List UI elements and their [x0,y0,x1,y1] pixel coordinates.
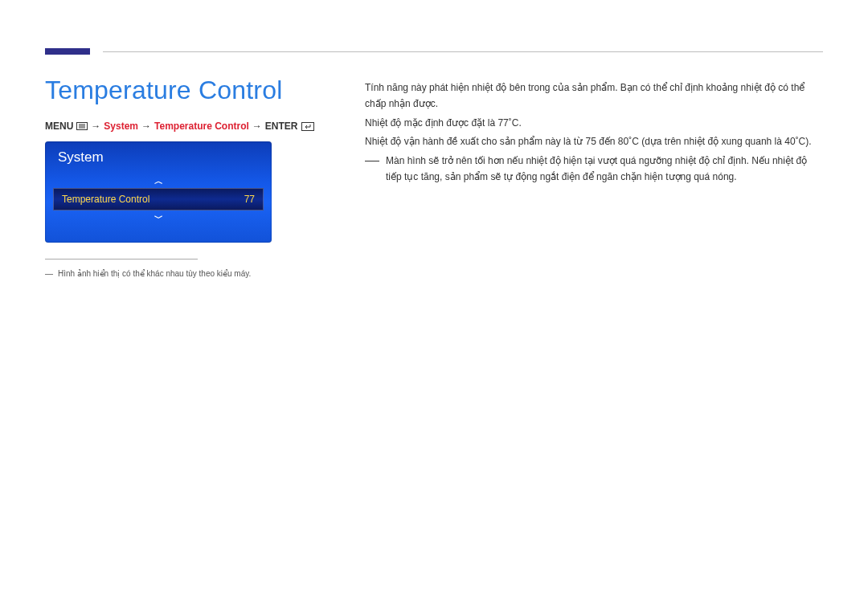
enter-icon [301,122,314,131]
osd-title: System [58,149,104,166]
footnote: ― Hình ảnh hiển thị có thể khác nhau tùy… [45,268,251,280]
osd-row-value: 77 [244,194,255,205]
header-accent-bar [45,48,90,55]
body-paragraph-3: Nhiệt độ vận hành đề xuất cho sản phẩm n… [365,134,823,150]
body-paragraph-2: Nhiệt độ mặc định được đặt là 77˚C. [365,116,823,132]
footnote-divider [45,259,198,260]
osd-row-label: Temperature Control [62,194,149,205]
footnote-dash: ― [45,268,53,280]
body-paragraph-1: Tính năng này phát hiện nhiệt độ bên tro… [365,80,823,112]
breadcrumb-arrow: → [141,121,151,132]
note-dash-icon [365,161,379,161]
footnote-text: Hình ảnh hiển thị có thể khác nhau tùy t… [58,268,251,280]
page-title: Temperature Control [45,76,283,105]
body-note-text: Màn hình sẽ trở nên tối hơn nếu nhiệt độ… [386,153,823,186]
header-divider [103,51,823,52]
body-text: Tính năng này phát hiện nhiệt độ bên tro… [365,80,823,186]
breadcrumb: MENU → System → Temperature Control → EN… [45,121,314,132]
breadcrumb-arrow: → [91,121,100,132]
chevron-up-icon[interactable]: ︿ [154,175,163,187]
menu-icon [76,122,88,130]
body-note: Màn hình sẽ trở nên tối hơn nếu nhiệt độ… [365,153,823,186]
osd-row-temperature-control[interactable]: Temperature Control 77 [53,188,264,210]
page: Temperature Control MENU → System → Temp… [0,0,868,613]
breadcrumb-temperature-control: Temperature Control [154,121,249,132]
osd-panel: System ︿ Temperature Control 77 ﹀ [45,141,272,243]
breadcrumb-enter-label: ENTER [265,121,298,132]
chevron-down-icon[interactable]: ﹀ [154,212,163,224]
breadcrumb-menu-label: MENU [45,121,73,132]
breadcrumb-arrow: → [252,121,262,132]
breadcrumb-system: System [104,121,138,132]
